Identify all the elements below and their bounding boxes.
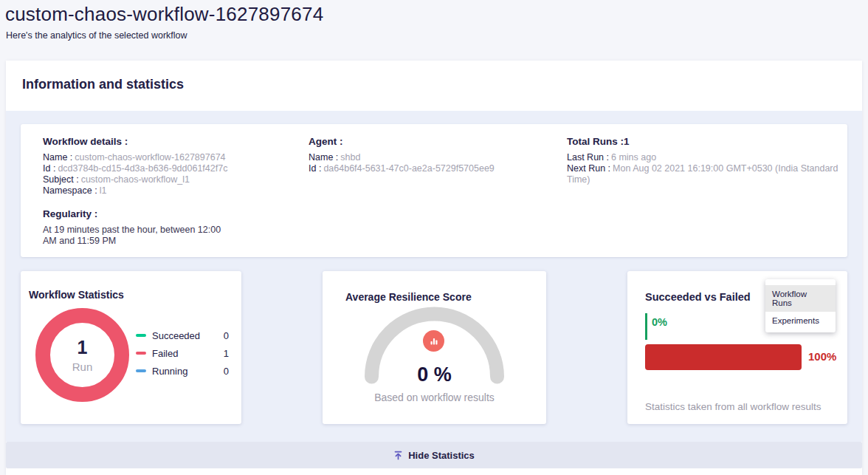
field-row-agent-id: Id :da64b6f4-5631-47c0-ae2a-5729f5705ee9 xyxy=(309,163,552,174)
hide-statistics-label: Hide Statistics xyxy=(408,450,475,461)
field-value: l1 xyxy=(100,185,107,196)
regularity-heading: Regularity : xyxy=(43,208,286,219)
page-title: custom-chaos-workflow-1627897674 xyxy=(5,3,323,26)
collapse-up-icon xyxy=(393,451,403,460)
field-row-agent-name: Name :shbd xyxy=(309,152,552,163)
legend-row-succeeded: Succeeded 0 xyxy=(136,329,229,341)
total-runs-heading: Total Runs :1 xyxy=(567,136,862,147)
workflow-statistics-card: Workflow Statistics 1 Run Succeeded 0 Fa… xyxy=(21,271,241,424)
field-label: Last Run : xyxy=(567,152,609,163)
runs-column: Total Runs :1 Last Run :6 mins ago Next … xyxy=(567,136,862,185)
legend-label: Failed xyxy=(152,348,218,359)
resilience-score-caption: Based on workflow results xyxy=(323,392,546,403)
field-label: Name : xyxy=(309,152,338,163)
legend-value: 1 xyxy=(218,348,229,359)
resilience-score-value: 0 % xyxy=(323,363,546,386)
workflow-statistics-title: Workflow Statistics xyxy=(29,289,124,301)
hide-statistics-button[interactable]: Hide Statistics xyxy=(6,442,862,468)
resilience-score-card: Average Resilience Score 0 % Based on wo… xyxy=(323,271,546,424)
field-row-namespace: Namespace :l1 xyxy=(43,185,286,197)
field-value: dcd3784b-cd15-4d3a-b636-9dd061f42f7c xyxy=(58,163,227,174)
regularity-line: AM and 11:59 PM xyxy=(43,236,286,247)
workflow-info-box: Workflow details : Name :custom-chaos-wo… xyxy=(21,124,847,257)
bar-chart-icon xyxy=(423,330,444,352)
running-dash-icon xyxy=(136,369,146,372)
succeeded-dash-icon xyxy=(136,334,146,337)
field-value: custom-chaos-workflow_l1 xyxy=(81,174,190,185)
field-label: Name : xyxy=(43,152,72,163)
regularity-block: Regularity : At 19 minutes past the hour… xyxy=(43,208,286,247)
field-value: 6 mins ago xyxy=(611,152,656,163)
page-subtitle: Here's the analytics of the selected wor… xyxy=(6,30,187,41)
legend-value: 0 xyxy=(218,366,229,377)
section-title: Information and statistics xyxy=(22,77,184,92)
failed-bar xyxy=(645,344,802,370)
workflow-details-column: Workflow details : Name :custom-chaos-wo… xyxy=(43,136,286,247)
succeeded-vs-failed-title: Succeeded vs Failed xyxy=(645,291,751,303)
field-label: Next Run : xyxy=(567,163,610,174)
menu-item-workflow-runs[interactable]: Workflow Runs xyxy=(765,285,836,312)
failed-percentage: 100% xyxy=(808,350,836,363)
agent-heading: Agent : xyxy=(309,136,552,147)
field-label: Namespace : xyxy=(43,185,97,196)
field-label: Id : xyxy=(309,163,321,174)
legend-row-failed: Failed 1 xyxy=(136,347,229,359)
field-row-subject: Subject :custom-chaos-workflow_l1 xyxy=(43,174,286,185)
workflow-analytics-screen: custom-chaos-workflow-1627897674 Here's … xyxy=(0,0,868,475)
field-row-last-run: Last Run :6 mins ago xyxy=(567,152,862,163)
field-label: Id : xyxy=(43,163,55,174)
workflow-details-heading: Workflow details : xyxy=(43,136,286,147)
legend-label: Running xyxy=(152,366,218,377)
svf-caption: Statistics taken from all workflow resul… xyxy=(645,401,822,412)
succeeded-bar xyxy=(645,313,647,340)
agent-column: Agent : Name :shbd Id :da64b6f4-5631-47c… xyxy=(309,136,552,174)
donut-legend: Succeeded 0 Failed 1 Running 0 xyxy=(136,329,229,383)
legend-value: 0 xyxy=(218,330,229,341)
legend-label: Succeeded xyxy=(152,330,218,341)
donut-center-value: 1 xyxy=(78,337,88,358)
svf-filter-menu: Workflow Runs Experiments xyxy=(765,279,836,332)
donut-center-label: Run xyxy=(72,360,93,373)
legend-row-running: Running 0 xyxy=(136,365,229,377)
runs-donut-chart: 1 Run xyxy=(35,308,129,402)
field-row-name: Name :custom-chaos-workflow-1627897674 xyxy=(43,152,286,163)
menu-item-experiments[interactable]: Experiments xyxy=(765,312,836,329)
succeeded-percentage: 0% xyxy=(652,316,667,328)
field-value: shbd xyxy=(340,152,360,163)
regularity-line: At 19 minutes past the hour, between 12:… xyxy=(43,225,286,236)
field-row-next-run: Next Run :Mon Aug 02 2021 16:19:00 GMT+0… xyxy=(567,163,862,185)
field-row-id: Id :dcd3784b-cd15-4d3a-b636-9dd061f42f7c xyxy=(43,163,286,174)
failed-dash-icon xyxy=(136,352,146,355)
field-value: custom-chaos-workflow-1627897674 xyxy=(75,152,225,163)
field-label: Subject : xyxy=(43,174,79,185)
field-value: da64b6f4-5631-47c0-ae2a-5729f5705ee9 xyxy=(323,163,494,174)
